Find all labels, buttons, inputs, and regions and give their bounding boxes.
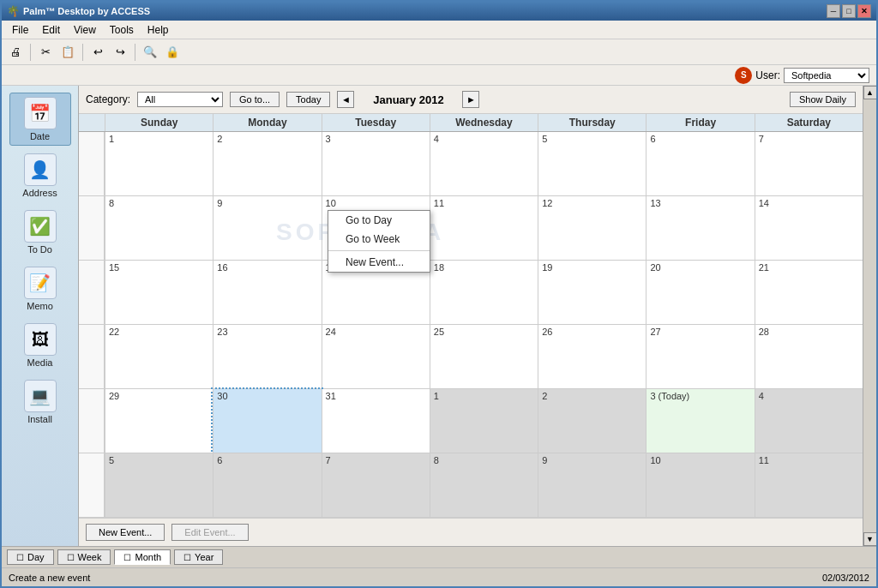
toolbar-separator	[30, 44, 31, 61]
cal-cell-week1-day3[interactable]: 11	[430, 196, 538, 261]
cal-cell-week2-day3[interactable]: 18	[430, 261, 538, 325]
date-num: 4	[434, 134, 439, 144]
cal-cell-week0-day0[interactable]: 1	[105, 132, 213, 196]
cal-cell-week3-day1[interactable]: 23	[213, 325, 321, 389]
cal-cell-week4-day6[interactable]: 4	[755, 389, 863, 453]
date-num: 9	[217, 198, 222, 208]
cal-cell-week2-day4[interactable]: 19	[538, 261, 646, 325]
print-button[interactable]: 🖨	[5, 42, 26, 63]
cal-cell-week3-day2[interactable]: 24	[322, 325, 430, 389]
date-num: 8	[434, 455, 439, 465]
sidebar: 📅 Date 👤 Address ✅ To Do 📝 Memo 🖼 Media …	[2, 86, 79, 546]
titlebar: 🌴 Palm™ Desktop by ACCESS ─ □ ✕	[2, 2, 876, 21]
cal-cell-week4-day0[interactable]: 29	[105, 389, 213, 453]
menu-view[interactable]: View	[67, 22, 103, 38]
header-sunday: Sunday	[105, 114, 213, 131]
cal-cell-week4-day1[interactable]: 30	[213, 389, 321, 453]
cal-cell-week5-day4[interactable]: 9	[538, 453, 646, 518]
goto-button[interactable]: Go to...	[230, 92, 280, 107]
cal-cell-week1-day0[interactable]: 8	[105, 196, 213, 261]
menu-edit[interactable]: Edit	[35, 22, 67, 38]
cal-cell-week3-day4[interactable]: 26	[538, 325, 646, 389]
edit-event-button[interactable]: Edit Event...	[171, 524, 248, 541]
user-label: User:	[755, 69, 780, 81]
cal-cell-week2-day6[interactable]: 21	[755, 261, 863, 325]
undo-button[interactable]: ↩	[87, 42, 108, 63]
date-num: 25	[434, 327, 444, 337]
cal-cell-week5-day6[interactable]: 11	[755, 453, 863, 518]
cal-cell-week0-day4[interactable]: 5	[538, 132, 646, 196]
redo-button[interactable]: ↪	[110, 42, 130, 63]
menu-tools[interactable]: Tools	[103, 22, 141, 38]
header-saturday: Saturday	[755, 114, 863, 131]
cal-cell-week1-day1[interactable]: 9	[213, 196, 321, 261]
next-month-button[interactable]: ►	[462, 91, 479, 108]
cal-cell-week5-day3[interactable]: 8	[430, 453, 538, 518]
date-num: 19	[542, 262, 552, 273]
prev-month-button[interactable]: ◄	[337, 91, 354, 108]
search-button[interactable]: 🔍	[140, 42, 160, 63]
cal-cell-week2-day5[interactable]: 20	[646, 261, 754, 325]
cut-button[interactable]: ✂	[35, 42, 56, 63]
cal-cell-week0-day3[interactable]: 4	[430, 132, 538, 196]
cal-cell-week0-day2[interactable]: 3	[322, 132, 430, 196]
category-select[interactable]: All	[137, 92, 223, 107]
cal-cell-week4-day4[interactable]: 2	[538, 389, 646, 453]
paste-button[interactable]: 📋	[57, 42, 78, 63]
toolbar: 🖨 ✂ 📋 ↩ ↪ 🔍 🔒	[2, 39, 876, 65]
cal-cell-week1-day4[interactable]: 12	[538, 196, 646, 261]
date-num: 2	[542, 391, 547, 401]
cal-cell-week4-day2[interactable]: 31	[322, 389, 430, 453]
lock-button[interactable]: 🔒	[162, 42, 183, 63]
ctx-goto-day[interactable]: Go to Day	[328, 211, 430, 230]
sidebar-item-media[interactable]: 🖼 Media	[9, 319, 71, 372]
new-event-button[interactable]: New Event...	[86, 524, 165, 541]
minimize-button[interactable]: ─	[827, 4, 840, 18]
date-num: 22	[109, 327, 119, 337]
tab-week[interactable]: ☐ Week	[57, 549, 111, 565]
ctx-new-event[interactable]: New Event...	[328, 253, 430, 272]
cal-cell-week0-day1[interactable]: 2	[213, 132, 321, 196]
cal-cell-week3-day5[interactable]: 27	[646, 325, 754, 389]
ctx-goto-week[interactable]: Go to Week	[328, 230, 430, 249]
cal-cell-week3-day3[interactable]: 25	[430, 325, 538, 389]
tab-year-label: Year	[195, 552, 213, 562]
maximize-button[interactable]: □	[842, 4, 856, 18]
menu-file[interactable]: File	[5, 22, 35, 38]
cal-cell-week5-day5[interactable]: 10	[646, 453, 754, 518]
show-daily-button[interactable]: Show Daily	[790, 92, 856, 107]
menu-help[interactable]: Help	[141, 22, 176, 38]
cal-cell-week4-day3[interactable]: 1	[430, 389, 538, 453]
day-tab-icon: ☐	[16, 553, 24, 562]
sidebar-item-date[interactable]: 📅 Date	[9, 93, 71, 146]
right-scroll: ▲ ▼	[863, 86, 876, 546]
scroll-down-button[interactable]: ▼	[863, 532, 877, 546]
sidebar-item-memo[interactable]: 📝 Memo	[9, 262, 71, 315]
cal-cell-week4-day5[interactable]: 3 (Today)	[646, 389, 754, 453]
cal-cell-week1-day5[interactable]: 13	[646, 196, 754, 261]
cal-cell-week5-day1[interactable]: 6	[213, 453, 321, 518]
cal-cell-week1-day6[interactable]: 14	[755, 196, 863, 261]
row-spacer-1	[79, 196, 105, 261]
tab-year[interactable]: ☐ Year	[174, 549, 223, 565]
sidebar-item-install[interactable]: 💻 Install	[9, 375, 71, 429]
cal-cell-week2-day0[interactable]: 15	[105, 261, 213, 325]
cal-cell-week5-day0[interactable]: 5	[105, 453, 213, 518]
scroll-up-button[interactable]: ▲	[863, 86, 877, 99]
today-button[interactable]: Today	[286, 92, 330, 107]
cal-cell-week0-day6[interactable]: 7	[755, 132, 863, 196]
cal-cell-week3-day0[interactable]: 22	[105, 325, 213, 389]
date-num: 23	[217, 327, 227, 337]
close-button[interactable]: ✕	[857, 4, 871, 18]
sidebar-item-address[interactable]: 👤 Address	[9, 149, 71, 202]
cal-cell-week5-day2[interactable]: 7	[322, 453, 430, 518]
cal-cell-week0-day5[interactable]: 6	[646, 132, 754, 196]
cal-cell-week2-day1[interactable]: 16	[213, 261, 321, 325]
tab-day[interactable]: ☐ Day	[7, 549, 54, 565]
category-label: Category:	[86, 93, 130, 105]
tab-month[interactable]: ☐ Month	[114, 549, 171, 565]
sidebar-item-todo[interactable]: ✅ To Do	[9, 206, 71, 259]
user-select[interactable]: Softpedia	[784, 68, 869, 83]
cal-cell-week3-day6[interactable]: 28	[755, 325, 863, 389]
header-spacer	[79, 114, 105, 131]
